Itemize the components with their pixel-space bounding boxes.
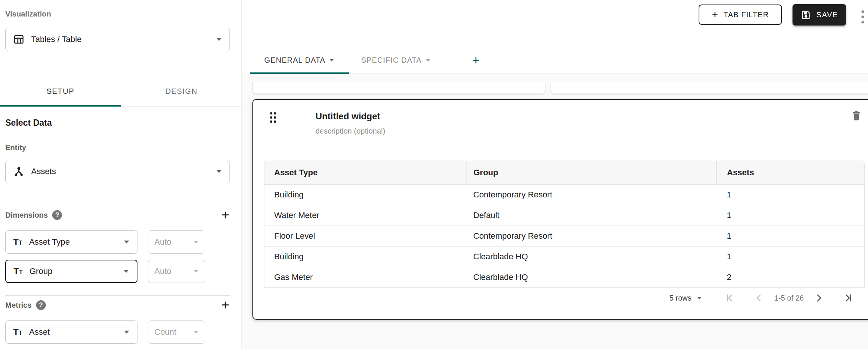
divider — [5, 195, 230, 195]
asset-hierarchy-icon — [13, 166, 24, 177]
save-icon — [801, 10, 811, 20]
cell-assets: 1 — [716, 185, 864, 205]
divider — [5, 295, 230, 296]
dimension-value: Group — [29, 266, 52, 276]
cell-assets: 1 — [716, 226, 864, 247]
tab-design[interactable]: DESIGN — [121, 77, 242, 106]
widget-card: Untitled widget description (optional) A… — [252, 99, 868, 320]
cell-assets: 2 — [716, 267, 864, 288]
cell-group: Contemporary Resort — [466, 185, 716, 205]
metrics-header: Metrics ? — [5, 299, 46, 311]
kebab-icon — [861, 9, 865, 24]
first-page-button — [724, 292, 736, 304]
add-dimension-button[interactable]: + — [217, 207, 234, 223]
active-tab-underline — [0, 105, 121, 107]
chevron-right-icon — [814, 293, 824, 303]
rows-per-page-select[interactable]: 5 rows — [669, 294, 702, 302]
chevron-down-icon — [193, 241, 199, 244]
help-icon[interactable]: ? — [52, 210, 62, 220]
dimension-mode-select-1[interactable]: Auto — [148, 260, 205, 283]
cell-group: Default — [466, 205, 716, 226]
dimension-value: Asset Type — [29, 237, 69, 247]
chevron-down-icon — [216, 38, 222, 41]
table-row: Building Contemporary Resort 1 — [264, 185, 864, 205]
cell-assets: 1 — [716, 205, 864, 226]
tab-general-data[interactable]: GENERAL DATA — [250, 46, 349, 74]
dimension-select-0[interactable]: TT Asset Type — [5, 230, 137, 254]
table-header-row: Asset Type Group Assets — [264, 161, 864, 185]
tab-specific-data-label: SPECIFIC DATA — [361, 56, 421, 65]
cell-group: Contemporary Resort — [466, 226, 716, 247]
add-metric-button[interactable]: + — [217, 297, 234, 313]
table-pagination: 5 rows 1-5 of 26 — [264, 287, 865, 308]
cell-asset-type: Water Meter — [264, 205, 466, 226]
chevron-down-icon — [697, 296, 702, 300]
dimension-select-1[interactable]: TT Group — [5, 260, 137, 283]
table-row: Gas Meter Clearblade HQ 2 — [264, 267, 864, 288]
chevron-down-icon — [329, 59, 334, 62]
widget-description-input[interactable]: description (optional) — [315, 127, 385, 135]
visualization-value: Tables / Table — [31, 35, 82, 44]
chevron-down-icon — [193, 270, 199, 273]
save-button[interactable]: SAVE — [793, 4, 846, 26]
sidebar-tabs: SETUP DESIGN — [0, 77, 242, 107]
cell-asset-type: Floor Level — [264, 226, 466, 247]
visualization-label: Visualization — [5, 10, 51, 18]
metric-value: Asset — [29, 327, 50, 337]
chevron-down-icon — [124, 330, 130, 334]
text-type-icon: TT — [13, 237, 22, 247]
chevron-down-icon — [124, 240, 130, 244]
metric-mode-select-0[interactable]: Count — [148, 320, 205, 344]
tab-specific-data[interactable]: SPECIFIC DATA — [349, 46, 443, 74]
widget-title[interactable]: Untitled widget — [315, 111, 380, 122]
widget-table: Asset Type Group Assets Building Contemp… — [264, 161, 865, 288]
previous-page-button — [753, 292, 765, 304]
column-header[interactable]: Assets — [716, 161, 864, 185]
active-tab-underline — [250, 72, 349, 74]
first-page-icon — [725, 293, 735, 303]
dimension-mode-value: Auto — [154, 266, 171, 276]
collapsed-card-edge — [252, 82, 545, 94]
rows-per-page-value: 5 rows — [669, 294, 691, 302]
chevron-down-icon — [193, 331, 199, 334]
trash-icon — [851, 110, 861, 121]
plus-icon: + — [712, 8, 718, 20]
help-icon[interactable]: ? — [36, 300, 46, 310]
tab-filter-label: TAB FILTER — [723, 11, 768, 19]
dimension-mode-select-0[interactable]: Auto — [148, 230, 205, 254]
more-options-button[interactable] — [857, 6, 868, 27]
tab-setup[interactable]: SETUP — [0, 77, 121, 106]
text-type-icon: TT — [13, 327, 22, 337]
cell-asset-type: Building — [264, 185, 466, 205]
column-header[interactable]: Group — [466, 161, 716, 185]
chevron-left-icon — [754, 293, 764, 303]
save-label: SAVE — [817, 11, 838, 19]
metrics-label: Metrics — [5, 301, 32, 310]
last-page-icon — [843, 293, 853, 303]
drag-handle-icon[interactable] — [268, 111, 278, 124]
entity-value: Assets — [31, 167, 56, 176]
column-header[interactable]: Asset Type — [264, 161, 466, 185]
metric-select-0[interactable]: TT Asset — [5, 320, 137, 344]
cell-asset-type: Gas Meter — [264, 267, 466, 288]
chevron-down-icon — [426, 59, 431, 62]
table-row: Building Clearblade HQ 1 — [264, 247, 864, 267]
select-data-title: Select Data — [5, 118, 52, 128]
visualization-select[interactable]: Tables / Table — [5, 28, 230, 51]
table-chart-icon — [13, 34, 24, 45]
add-tab-filter-button[interactable]: + TAB FILTER — [699, 5, 782, 25]
dashboard-builder: { "sidebar": { "visualization_label": "V… — [0, 0, 868, 349]
text-type-icon: TT — [14, 266, 23, 277]
last-page-button[interactable] — [842, 292, 854, 304]
delete-widget-button[interactable] — [848, 107, 865, 124]
chevron-down-icon — [123, 269, 129, 273]
metric-mode-value: Count — [154, 327, 177, 337]
cell-group: Clearblade HQ — [466, 247, 716, 267]
page-range-label: 1-5 of 26 — [774, 294, 804, 302]
tab-general-data-label: GENERAL DATA — [264, 56, 326, 65]
cell-assets: 1 — [716, 247, 864, 267]
chevron-down-icon — [216, 170, 222, 173]
next-page-button[interactable] — [813, 292, 825, 304]
entity-select[interactable]: Assets — [5, 160, 230, 183]
add-tab-button[interactable]: + — [464, 46, 488, 74]
